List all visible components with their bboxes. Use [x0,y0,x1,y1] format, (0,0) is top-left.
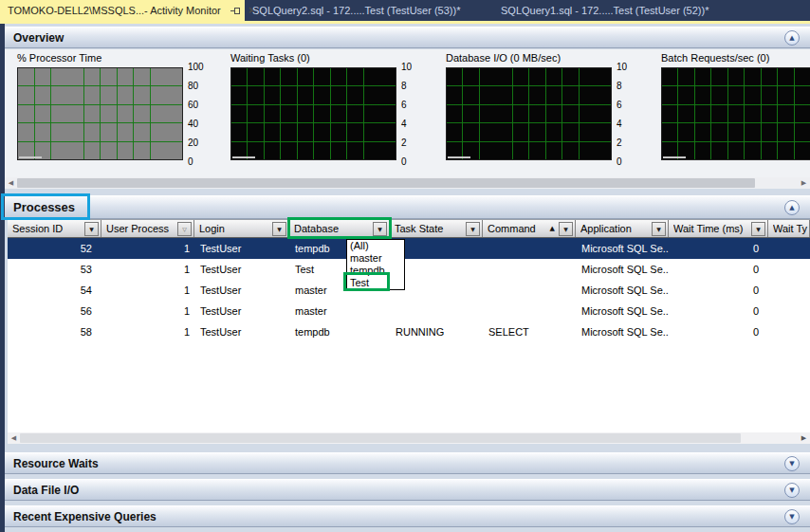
column-header-session-id[interactable]: Session ID▼ [8,220,101,237]
database-io-chart [446,67,612,160]
processor-time-chart [17,67,183,160]
chart-series-flatline [19,156,42,158]
filter-dropdown-icon[interactable]: ▼ [272,222,286,236]
scrollbar-thumb[interactable] [20,433,741,443]
tab-sqlquery2[interactable]: SQLQuery2.sql - 172.....Test (TestUser (… [245,0,493,21]
tab-sqlquery1[interactable]: SQLQuery1.sql - 172.....Test (TestUser (… [493,0,716,21]
chart-title: Batch Requests/sec (0) [661,52,769,64]
waiting-tasks-chart [230,67,396,160]
chart-series-flatline [663,156,686,158]
resource-waits-section-header[interactable]: Resource Waits ▼ [5,452,810,474]
tab-label: SQLQuery2.sql - 172.....Test (TestUser (… [252,5,460,16]
section-title: Data File I/O [13,484,79,497]
scroll-left-icon[interactable]: ◀ [5,177,17,189]
dropdown-option-all[interactable]: (All) [347,240,404,252]
collapse-processes-button[interactable]: ▲ [784,200,800,215]
batch-requests-chart [661,67,810,160]
dropdown-option-tempdb[interactable]: tempdb [347,265,404,277]
database-filter-dropdown: (All) master tempdb Test [346,239,405,290]
overview-section-header[interactable]: Overview ▲ [5,27,810,48]
tab-activity-monitor[interactable]: TOMOKO-DELL2\MSSQLS...- Activity Monitor… [0,0,245,21]
overview-horizontal-scrollbar[interactable]: ◀ ▶ [5,177,810,189]
filter-dropdown-icon[interactable]: ▼ [84,222,99,236]
column-header-login[interactable]: Login▼ [194,220,289,237]
tab-label: TOMOKO-DELL2\MSSQLS...- Activity Monitor [8,5,221,16]
column-header-command[interactable]: Command▲▼ [483,220,576,237]
section-title: Overview [13,31,64,45]
table-row[interactable]: 53 1 TestUser Test Microsoft SQL Se... 0 [8,259,810,280]
chart-y-axis: 100806040200 [184,62,211,167]
filter-dropdown-icon[interactable]: ▼ [373,222,387,236]
overview-charts-area: % Processor Time 100806040200 Waiting Ta… [5,49,810,177]
column-header-wait-type[interactable]: Wait Ty [768,220,810,237]
chart-y-axis: 1086420 [397,62,424,167]
scroll-right-icon[interactable]: ▶ [798,432,810,444]
collapse-overview-button[interactable]: ▲ [784,30,800,46]
table-row[interactable]: 56 1 TestUser master Microsoft SQL Se...… [8,301,810,321]
document-tab-bar: TOMOKO-DELL2\MSSQLS...- Activity Monitor… [0,0,810,21]
table-row[interactable]: 52 1 TestUser tempdb Microsoft SQL Se...… [8,238,810,259]
filter-dropdown-icon[interactable]: ▼ [559,222,573,236]
chart-series-flatline [232,156,255,158]
table-row[interactable]: 54 1 TestUser master Microsoft SQL Se...… [8,280,810,301]
scrollbar-thumb[interactable] [17,178,755,188]
section-title: Processes [13,200,75,214]
chart-title: Database I/O (0 MB/sec) [446,52,561,64]
chart-series-flatline [448,156,470,158]
section-title: Resource Waits [13,457,99,470]
dropdown-option-master[interactable]: master [347,252,404,265]
processes-horizontal-scrollbar[interactable]: ◀ ▶ [8,432,810,444]
chart-title: % Processor Time [17,52,101,64]
table-row[interactable]: 58 1 TestUser tempdb RUNNING SELECT Micr… [8,321,810,342]
data-file-io-section-header[interactable]: Data File I/O ▼ [5,479,810,501]
column-header-wait-time[interactable]: Wait Time (ms)▼ [669,220,768,237]
filter-dropdown-icon[interactable]: ▼ [466,222,480,236]
processes-section-header[interactable]: Processes ▲ [5,195,810,219]
section-title: Recent Expensive Queries [13,510,156,523]
pin-icon[interactable] [230,6,241,16]
chart-y-axis: 1086420 [613,62,639,167]
filter-dropdown-icon[interactable]: ▽ [177,222,192,236]
expand-resource-waits-button[interactable]: ▼ [784,456,800,471]
processes-table-header-row: Session ID▼ User Process▽ Login▼ Databas… [8,219,810,238]
filter-dropdown-icon[interactable]: ▼ [751,222,765,236]
expand-recent-queries-button[interactable]: ▼ [784,509,800,524]
recent-expensive-queries-section-header[interactable]: Recent Expensive Queries ▼ [5,505,810,527]
dropdown-option-test[interactable]: Test [347,277,404,289]
filter-dropdown-icon[interactable]: ▼ [652,222,666,236]
column-header-database[interactable]: Database▼ [289,220,390,237]
expand-data-file-io-button[interactable]: ▼ [784,483,800,498]
scroll-left-icon[interactable]: ◀ [8,432,20,444]
sort-ascending-icon: ▲ [550,225,555,232]
column-header-application[interactable]: Application▼ [576,220,669,237]
tab-label: SQLQuery1.sql - 172.....Test (TestUser (… [501,5,709,16]
column-header-task-state[interactable]: Task State▼ [390,220,483,237]
chart-title: Waiting Tasks (0) [230,52,310,64]
column-header-user-process[interactable]: User Process▽ [101,220,194,237]
processes-table: Session ID▼ User Process▽ Login▼ Databas… [8,219,810,342]
scroll-right-icon[interactable]: ▶ [798,177,810,189]
active-tab-accent-strip [0,21,810,24]
